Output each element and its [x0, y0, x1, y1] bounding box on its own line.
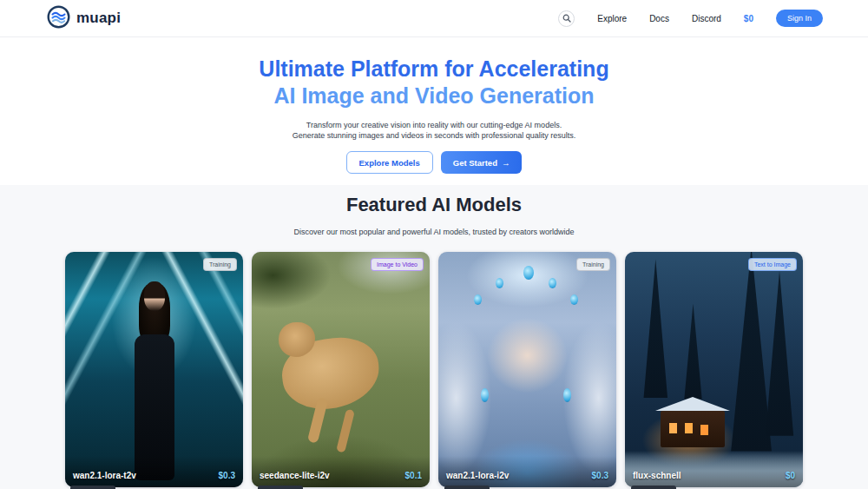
- model-footer: wan2.1-lora-t2v $0.3: [65, 456, 243, 487]
- explore-models-button[interactable]: Explore Models: [346, 151, 433, 174]
- muapi-logo-icon: [47, 5, 70, 32]
- model-name: wan2.1-lora-i2v: [446, 471, 509, 480]
- model-price: $0.3: [219, 471, 235, 480]
- crystal-gem: [523, 266, 534, 280]
- crystal-gem: [570, 294, 578, 305]
- brand-name: muapi: [76, 10, 121, 27]
- figure-silhouette: [144, 281, 165, 311]
- get-started-button[interactable]: Get Started →: [441, 151, 523, 174]
- crystal-gem: [481, 388, 489, 402]
- sign-in-button[interactable]: Sign In: [776, 10, 823, 27]
- get-started-label: Get Started: [453, 158, 497, 168]
- model-footer: flux-schnell $0: [625, 456, 803, 487]
- model-name: seedance-lite-i2v: [260, 471, 330, 480]
- model-footer: wan2.1-lora-i2v $0.3: [438, 456, 616, 487]
- crystal-gem: [496, 278, 503, 288]
- model-card-seedance-lite-i2v[interactable]: Image to Video seedance-lite-i2v $0.1: [252, 252, 430, 487]
- hero-actions: Explore Models Get Started →: [0, 151, 868, 174]
- model-name: wan2.1-lora-t2v: [73, 471, 136, 480]
- brand-logo[interactable]: muapi: [47, 5, 121, 32]
- hero-title: Ultimate Platform for Accelerating AI Im…: [0, 56, 868, 109]
- model-price: $0.1: [405, 471, 422, 480]
- nav-docs[interactable]: Docs: [649, 14, 669, 23]
- next-row-card-peek: [631, 486, 676, 489]
- model-card-wan21-lora-t2v[interactable]: Training wan2.1-lora-t2v $0.3: [65, 252, 243, 487]
- header-nav: Explore Docs Discord $0 Sign In: [558, 10, 823, 27]
- search-button[interactable]: [558, 10, 575, 27]
- balance-amount[interactable]: $0: [744, 14, 753, 23]
- model-badge: Text to Image: [748, 258, 797, 271]
- model-price: $0.3: [592, 471, 608, 480]
- model-image: [65, 252, 243, 487]
- tree-silhouette: [635, 259, 675, 398]
- crystal-gem: [563, 388, 571, 402]
- model-card-grid: Training wan2.1-lora-t2v $0.3 Image to V…: [65, 252, 803, 487]
- next-row-card-peek: [258, 486, 303, 489]
- model-image: [438, 252, 616, 487]
- next-row-card-peek: [70, 486, 115, 489]
- nav-discord[interactable]: Discord: [692, 14, 721, 23]
- next-row-card-peek: [444, 486, 490, 489]
- model-card-flux-schnell[interactable]: Text to Image flux-schnell $0: [625, 252, 803, 487]
- model-price: $0: [786, 471, 795, 480]
- featured-section: Featured AI Models Discover our most pop…: [0, 185, 868, 489]
- model-name: flux-schnell: [633, 471, 681, 480]
- search-icon: [562, 12, 571, 25]
- featured-title: Featured AI Models: [0, 194, 868, 216]
- tree-silhouette: [679, 304, 708, 400]
- nav-explore[interactable]: Explore: [597, 14, 627, 23]
- model-badge: Training: [576, 258, 610, 271]
- model-badge: Image to Video: [371, 258, 424, 271]
- hero-subtitle-line2: Generate stunning images and videos in s…: [0, 130, 868, 141]
- model-card-wan21-lora-i2v[interactable]: Training wan2.1-lora-i2v $0.3: [438, 252, 616, 487]
- model-image: [625, 252, 803, 487]
- hero-subtitle-line1: Transform your creative vision into real…: [0, 120, 868, 130]
- crystal-gem: [549, 278, 556, 288]
- featured-subtitle: Discover our most popular and powerful A…: [0, 228, 868, 236]
- hero-title-line1: Ultimate Platform for Accelerating: [0, 56, 868, 83]
- crystal-gem: [474, 294, 482, 305]
- cabin-shape: [661, 411, 725, 447]
- header: muapi Explore Docs Discord $0 Sign In: [0, 0, 868, 37]
- model-footer: seedance-lite-i2v $0.1: [252, 456, 430, 487]
- hero-title-line2: AI Image and Video Generation: [0, 83, 868, 109]
- hero-subtitle: Transform your creative vision into real…: [0, 120, 868, 141]
- model-badge: Training: [203, 258, 237, 271]
- hero-section: Ultimate Platform for Accelerating AI Im…: [0, 37, 868, 185]
- arrow-right-icon: →: [502, 158, 510, 168]
- model-image: [252, 252, 430, 487]
